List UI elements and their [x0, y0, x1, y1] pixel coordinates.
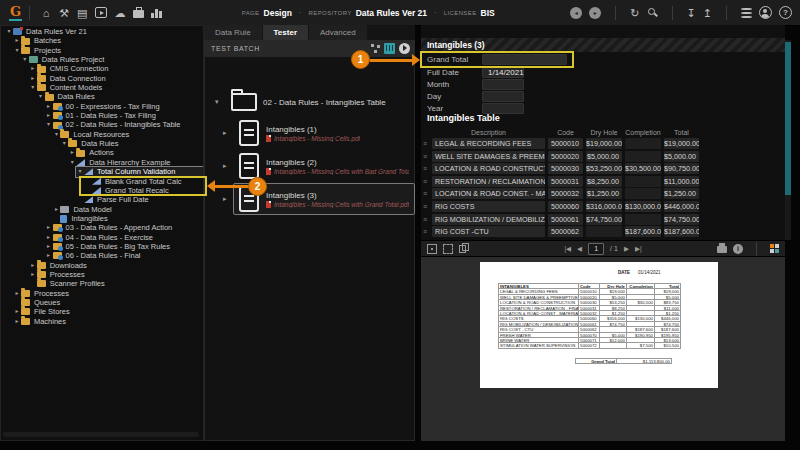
- cell-description[interactable]: RIG MOBILIZATION / DEMOBILIZATION: [432, 214, 545, 225]
- table-row[interactable]: LOCATION & ROAD CONST. - MATERIALS 50000…: [421, 188, 785, 199]
- next-page-button[interactable]: ▶: [624, 245, 629, 253]
- cell-total[interactable]: $5,000.00: [664, 151, 699, 162]
- search-icon[interactable]: [647, 7, 658, 18]
- tree-caret-icon[interactable]: [45, 102, 53, 111]
- tree-item[interactable]: 03 - Data Rules - Append Action: [45, 223, 204, 232]
- tree-caret-icon[interactable]: [52, 130, 60, 139]
- scrollbar-thumb[interactable]: [785, 42, 791, 195]
- cell-dry-hole[interactable]: $19,000.00: [586, 138, 622, 149]
- cell-description[interactable]: RIG COSTS: [432, 201, 545, 212]
- tree-item[interactable]: Downloads: [29, 261, 203, 270]
- cell-total[interactable]: $90,750.00: [664, 163, 699, 174]
- copy-page-icon[interactable]: [459, 245, 466, 253]
- cell-dry-hole[interactable]: $8,250.00: [586, 176, 622, 187]
- cell-total[interactable]: $446,000.0: [664, 201, 699, 212]
- table-row[interactable]: LOCATION & ROAD CONSTRUCTION 5000030 $53…: [421, 163, 785, 174]
- tree-item[interactable]: 00 - Expressions - Tax Filing: [45, 102, 204, 111]
- cell-completion[interactable]: $130,000.0: [625, 201, 661, 212]
- cell-code[interactable]: 5000060: [548, 201, 583, 212]
- document-row[interactable]: ▸ Intangibles (1) Intangibles - Missing …: [223, 117, 413, 149]
- tree-caret-icon[interactable]: [45, 120, 53, 129]
- cell-code[interactable]: 5000010: [548, 138, 583, 149]
- caret-down-icon[interactable]: ▾: [215, 98, 225, 106]
- tree-caret-icon[interactable]: [13, 307, 21, 316]
- upload-icon[interactable]: ↥: [703, 1, 712, 25]
- thumbnails-icon[interactable]: [443, 244, 453, 254]
- user-icon[interactable]: [759, 6, 772, 19]
- prev-page-button[interactable]: ◀: [577, 245, 582, 253]
- tree-item[interactable]: Machines: [13, 317, 203, 326]
- tree-caret-icon[interactable]: [68, 148, 76, 157]
- cell-total[interactable]: $1,250.00: [664, 188, 699, 199]
- tree-caret-icon[interactable]: [52, 205, 60, 214]
- tree-caret-icon[interactable]: [45, 223, 53, 232]
- tree-item[interactable]: Data Rules Project: [21, 55, 203, 64]
- cell-dry-hole[interactable]: $53,250.00: [586, 163, 622, 174]
- activity-view-icon[interactable]: [384, 43, 395, 54]
- cell-dry-hole[interactable]: [586, 226, 622, 237]
- drag-handle-icon[interactable]: [421, 140, 429, 147]
- cell-completion[interactable]: $187,600.0: [625, 226, 661, 237]
- tree-caret-icon[interactable]: [13, 46, 21, 55]
- tree-caret-icon[interactable]: [29, 261, 37, 270]
- page-number-input[interactable]: 1: [588, 243, 604, 255]
- drag-handle-icon[interactable]: [421, 153, 429, 160]
- tree-item[interactable]: Data Rules: [37, 92, 203, 101]
- repository-stack-icon[interactable]: [741, 8, 752, 11]
- document-preview-area[interactable]: DATE 01/14/2021 INTANGIBLES Code Dry Hol…: [421, 257, 785, 441]
- tree-item[interactable]: Batches: [13, 36, 203, 45]
- drag-handle-icon[interactable]: [421, 165, 429, 172]
- tree-item[interactable]: 01 - Data Rules - Tax Filing: [45, 111, 204, 120]
- tree-caret-icon[interactable]: [29, 270, 37, 279]
- tree-item[interactable]: Queues: [13, 298, 203, 307]
- tree-caret-icon[interactable]: [68, 158, 76, 167]
- cell-total[interactable]: $11,000.00: [664, 176, 699, 187]
- cell-completion[interactable]: [625, 138, 661, 149]
- cell-completion[interactable]: [625, 176, 661, 187]
- last-page-button[interactable]: ▶|: [635, 245, 642, 253]
- cell-description[interactable]: LOCATION & ROAD CONST. - MATERIALS: [432, 188, 545, 199]
- jobs-icon[interactable]: [133, 10, 144, 18]
- batch-process-icon[interactable]: [95, 7, 107, 18]
- tree-item[interactable]: Processes: [13, 289, 203, 298]
- cell-completion[interactable]: [625, 151, 661, 162]
- tree-item[interactable]: Local Resources: [52, 130, 203, 139]
- tree-caret-icon[interactable]: [29, 74, 37, 83]
- drag-handle-icon[interactable]: [421, 228, 429, 235]
- cell-dry-hole[interactable]: $316,000.0: [586, 201, 622, 212]
- tree-item[interactable]: Data Rules Ver 21: [5, 27, 203, 36]
- tab[interactable]: Advanced: [309, 25, 367, 40]
- fit-screen-icon[interactable]: [427, 244, 437, 254]
- cell-completion[interactable]: [625, 188, 661, 199]
- tree-item[interactable]: CMIS Connection: [29, 64, 203, 73]
- tree-caret-icon[interactable]: [45, 242, 53, 251]
- tree-caret-icon[interactable]: [37, 92, 45, 101]
- view-options-icon[interactable]: [770, 244, 779, 253]
- drag-handle-icon[interactable]: [421, 190, 429, 197]
- tree-item[interactable]: File Stores: [13, 307, 203, 316]
- caret-right-icon[interactable]: ▸: [223, 129, 233, 137]
- cell-description[interactable]: LEGAL & RECORDING FEES: [432, 138, 545, 149]
- cell-code[interactable]: 5000030: [548, 163, 583, 174]
- cell-code[interactable]: 5000062: [548, 226, 583, 237]
- tree-item[interactable]: Data Hierarchy Example: [68, 158, 203, 167]
- grooper-logo-icon[interactable]: G: [9, 5, 22, 21]
- tree-caret-icon[interactable]: [29, 83, 37, 92]
- tree-caret-icon[interactable]: [29, 64, 37, 73]
- preview-page[interactable]: DATE 01/14/2021 INTANGIBLES Code Dry Hol…: [480, 262, 718, 388]
- cell-code[interactable]: 5000031: [548, 176, 583, 187]
- drag-handle-icon[interactable]: [421, 203, 429, 210]
- cell-description[interactable]: LOCATION & ROAD CONSTRUCTION: [432, 163, 545, 174]
- print-icon[interactable]: [717, 246, 727, 253]
- caret-right-icon[interactable]: ▸: [223, 195, 233, 203]
- cell-dry-hole[interactable]: $74,750.00: [586, 214, 622, 225]
- info-icon[interactable]: i: [733, 244, 743, 254]
- batches-icon[interactable]: ▤: [73, 1, 91, 25]
- tree-caret-icon[interactable]: [45, 233, 53, 242]
- cell-total[interactable]: $187,600.0: [664, 226, 699, 237]
- stats-icon[interactable]: [151, 8, 163, 18]
- month-input[interactable]: [482, 79, 524, 90]
- tree-caret-icon[interactable]: [13, 317, 21, 326]
- cell-completion[interactable]: [625, 214, 661, 225]
- table-row[interactable]: WELL SITE DAMAGES & PREEMPTIVE PAYMENTS …: [421, 151, 785, 162]
